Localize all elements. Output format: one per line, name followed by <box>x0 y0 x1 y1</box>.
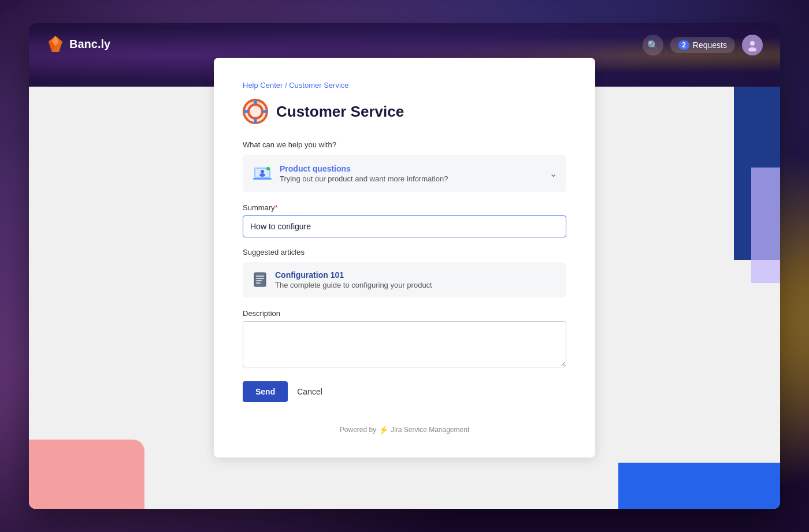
search-icon: 🔍 <box>647 40 659 51</box>
product-questions-dropdown[interactable]: Product questions Trying out our product… <box>243 155 566 192</box>
service-name: Jira Service Management <box>391 426 469 434</box>
article-card-text: Configuration 101 The complete guide to … <box>275 270 432 289</box>
dropdown-card-text: Product questions Trying out our product… <box>280 164 448 183</box>
powered-by-text: Powered by <box>340 426 376 434</box>
article-subtitle: The complete guide to configuring your p… <box>275 281 432 289</box>
page-title-row: Customer Service <box>243 99 566 124</box>
help-question-label: What can we help you with? <box>243 140 566 149</box>
footer-powered-by: Powered by ⚡ Jira Service Management <box>243 425 566 434</box>
article-title: Configuration 101 <box>275 270 432 280</box>
outer-frame: Banc.ly 🔍 2 Requests <box>29 23 780 509</box>
summary-input[interactable] <box>243 215 566 237</box>
deco-blue-bottom-right <box>618 463 780 509</box>
user-avatar-icon <box>746 39 759 51</box>
article-icon <box>252 271 268 288</box>
requests-label: Requests <box>693 40 727 50</box>
svg-point-4 <box>748 47 756 51</box>
chevron-down-icon: ⌄ <box>550 168 557 179</box>
svg-point-16 <box>259 173 265 177</box>
svg-rect-23 <box>256 282 261 284</box>
deco-purple-right <box>751 168 780 283</box>
svg-point-15 <box>261 170 264 173</box>
lifebuoy-icon <box>243 99 268 124</box>
form-panel: Help Center / Customer Service Customer … <box>214 58 595 457</box>
cancel-button[interactable]: Cancel <box>297 387 322 396</box>
actions-row: Send Cancel <box>243 381 566 402</box>
requests-button[interactable]: 2 Requests <box>670 37 735 53</box>
article-card[interactable]: Configuration 101 The complete guide to … <box>243 262 566 297</box>
search-button[interactable]: 🔍 <box>643 35 663 55</box>
logo-icon <box>46 35 65 53</box>
requests-badge: 2 <box>678 40 689 50</box>
dropdown-subtitle: Trying out our product and want more inf… <box>280 174 448 183</box>
breadcrumb-help-center[interactable]: Help Center <box>243 81 285 90</box>
deco-pink-bottom-left <box>29 440 144 509</box>
summary-label: Summary* <box>243 203 566 212</box>
send-button[interactable]: Send <box>243 381 288 402</box>
required-star: * <box>275 203 278 212</box>
svg-rect-14 <box>253 178 272 180</box>
page-title: Customer Service <box>276 103 404 121</box>
svg-point-17 <box>266 167 270 170</box>
logo-text: Banc.ly <box>69 38 110 51</box>
description-label: Description <box>243 309 566 318</box>
avatar-button[interactable] <box>742 35 763 55</box>
description-textarea[interactable] <box>243 321 566 367</box>
dropdown-card-left: Product questions Trying out our product… <box>252 163 448 184</box>
product-questions-icon <box>252 163 273 184</box>
svg-rect-20 <box>256 276 264 277</box>
breadcrumb-current: Customer Service <box>289 81 348 90</box>
svg-rect-21 <box>256 278 264 279</box>
svg-point-3 <box>750 41 755 46</box>
jira-icon: ⚡ <box>378 425 388 434</box>
topbar-right: 🔍 2 Requests <box>643 35 763 55</box>
breadcrumb: Help Center / Customer Service <box>243 81 566 90</box>
logo-area: Banc.ly <box>46 35 110 53</box>
dropdown-title: Product questions <box>280 164 448 173</box>
svg-rect-18 <box>254 273 266 287</box>
svg-rect-22 <box>256 280 262 281</box>
suggested-articles-label: Suggested articles <box>243 248 566 256</box>
